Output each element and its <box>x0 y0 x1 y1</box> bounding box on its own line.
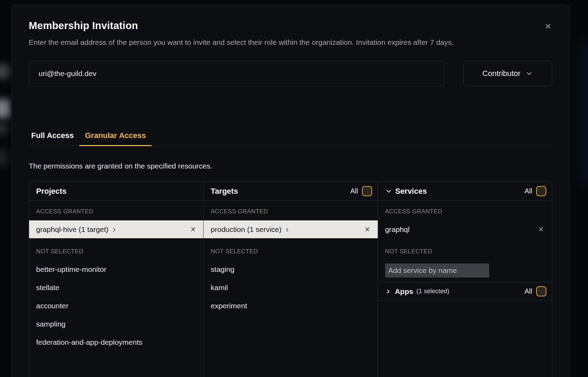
services-column-header[interactable]: Services All <box>378 182 552 200</box>
role-selected-value: Contributor <box>483 69 521 78</box>
apps-section-row[interactable]: Apps (1 selected) All <box>378 282 552 301</box>
targets-column-header: Targets All <box>203 182 377 200</box>
role-select[interactable]: Contributor <box>463 61 552 86</box>
remove-project-button[interactable]: × <box>191 225 196 234</box>
project-item[interactable]: sampling <box>29 315 203 333</box>
services-all-checkbox[interactable] <box>536 186 546 196</box>
selected-project-name: graphql-hive (1 target) <box>36 225 109 234</box>
targets-header-label: Targets <box>211 187 238 196</box>
project-item[interactable]: federation-and-app-deployments <box>29 333 203 351</box>
target-item[interactable]: staging <box>204 260 377 279</box>
modal-title: Membership Invitation <box>29 20 552 32</box>
tab-granular-access[interactable]: Granular Access <box>79 131 151 145</box>
backdrop-blur-item <box>0 149 8 165</box>
project-item[interactable]: better-uptime-monitor <box>29 260 203 279</box>
chevron-down-icon <box>385 188 392 195</box>
tab-full-access[interactable]: Full Access <box>29 131 79 145</box>
target-item[interactable]: kamil <box>204 279 377 297</box>
selected-target-row[interactable]: production (1 service) › × <box>204 220 377 238</box>
remove-target-button[interactable]: × <box>365 225 370 234</box>
projects-access-granted-label: ACCESS GRANTED <box>29 201 203 215</box>
apps-label: Apps <box>395 287 413 296</box>
add-service-input[interactable] <box>385 263 489 277</box>
access-tabs: Full Access Granular Access <box>29 131 552 146</box>
chevron-right-icon <box>385 288 391 295</box>
target-item[interactable]: experiment <box>204 297 377 315</box>
close-icon: × <box>545 20 551 32</box>
projects-column-header: Projects <box>29 182 203 200</box>
resources-table: Projects Targets All Services All <box>29 181 552 377</box>
chevron-right-icon: › <box>286 225 288 234</box>
backdrop-blur-item <box>0 64 9 79</box>
project-item[interactable]: accounter <box>29 297 203 315</box>
project-item[interactable]: stellate <box>29 279 203 297</box>
remove-icon: × <box>191 224 196 234</box>
resources-table-header: Projects Targets All Services All <box>29 182 552 201</box>
targets-all-checkbox[interactable] <box>362 186 372 196</box>
apps-all-label: All <box>525 287 532 295</box>
chevron-down-icon <box>525 70 533 77</box>
backdrop-blur-item <box>0 99 10 118</box>
services-access-granted-label: ACCESS GRANTED <box>378 201 552 215</box>
projects-column: ACCESS GRANTED graphql-hive (1 target) ›… <box>29 201 203 377</box>
remove-service-button[interactable]: × <box>538 225 543 234</box>
remove-icon: × <box>538 224 543 234</box>
apps-selected-count: (1 selected) <box>416 288 449 295</box>
targets-all-label: All <box>350 187 358 195</box>
targets-not-selected-label: NOT SELECTED <box>204 238 377 255</box>
projects-list: better-uptime-monitor stellate accounter… <box>29 260 203 351</box>
chevron-right-icon: › <box>113 225 116 234</box>
email-input[interactable] <box>29 61 444 86</box>
membership-invitation-modal: × Membership Invitation Enter the email … <box>12 4 569 377</box>
page-backdrop: × Membership Invitation Enter the email … <box>0 0 588 377</box>
projects-not-selected-label: NOT SELECTED <box>29 238 203 255</box>
services-column: ACCESS GRANTED graphql × NOT SELECTED <box>378 201 552 377</box>
backdrop-blur-item <box>0 123 8 135</box>
selected-target-name: production (1 service) <box>211 225 281 234</box>
targets-list: staging kamil experiment <box>204 260 377 315</box>
services-section: ACCESS GRANTED graphql × NOT SELECTED <box>378 201 552 282</box>
projects-header-label: Projects <box>36 187 67 196</box>
resources-table-body: ACCESS GRANTED graphql-hive (1 target) ›… <box>29 201 552 377</box>
permissions-note: The permissions are granted on the speci… <box>29 162 552 170</box>
granted-service-row[interactable]: graphql × <box>378 220 552 238</box>
invite-row: Contributor <box>29 61 552 86</box>
services-not-selected-label: NOT SELECTED <box>378 238 552 255</box>
targets-column: ACCESS GRANTED production (1 service) › … <box>203 201 377 377</box>
targets-access-granted-label: ACCESS GRANTED <box>204 201 377 215</box>
services-all-label: All <box>525 187 532 195</box>
close-button[interactable]: × <box>540 19 556 34</box>
selected-project-row[interactable]: graphql-hive (1 target) › × <box>29 220 203 238</box>
services-header-label: Services <box>395 187 427 196</box>
backdrop-blur-item <box>579 42 588 182</box>
granted-service-name: graphql <box>385 225 410 234</box>
apps-all-checkbox[interactable] <box>536 286 546 296</box>
remove-icon: × <box>365 224 370 234</box>
modal-description: Enter the email address of the person yo… <box>29 36 526 48</box>
